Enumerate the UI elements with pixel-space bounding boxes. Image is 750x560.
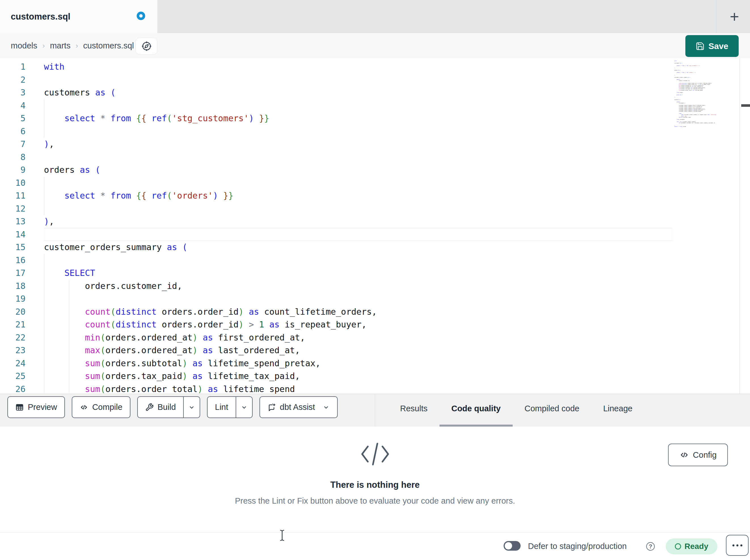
tab-code-quality[interactable]: Code quality xyxy=(439,394,513,427)
code-text: orders.customer_id, xyxy=(44,279,182,293)
code-text: ), xyxy=(44,138,54,151)
code-line[interactable]: 26 sum(orders.order_total) as lifetime_s… xyxy=(0,383,750,394)
code-line[interactable]: 4 xyxy=(0,99,750,112)
current-line-highlight xyxy=(44,228,672,241)
code-line[interactable]: 6 xyxy=(0,125,750,138)
code-line[interactable]: 5 select * from {{ ref('stg_customers') … xyxy=(0,112,750,125)
code-line[interactable]: 24 sum(orders.subtotal) as lifetime_spen… xyxy=(0,357,750,370)
breadcrumb-item[interactable]: marts xyxy=(50,41,71,50)
chevron-down-icon xyxy=(322,403,330,411)
code-line[interactable]: 19 xyxy=(0,292,750,305)
breadcrumb-separator: › xyxy=(76,41,78,50)
code-icon xyxy=(80,403,88,412)
compile-label: Compile xyxy=(92,402,122,412)
more-options-button[interactable] xyxy=(726,535,749,556)
line-number: 12 xyxy=(0,202,25,215)
tab-title: customers.sql xyxy=(11,12,70,22)
ellipsis-icon xyxy=(732,544,742,546)
status-bar: Defer to staging/production ? Ready xyxy=(0,533,750,560)
tab-results[interactable]: Results xyxy=(388,394,439,427)
status-badge: Ready xyxy=(666,538,717,554)
breadcrumb-separator: › xyxy=(42,41,45,50)
code-line[interactable]: 12 xyxy=(0,202,750,215)
lint-dropdown-button[interactable] xyxy=(236,397,252,417)
build-button[interactable]: Build xyxy=(137,396,200,418)
code-line[interactable]: 10 xyxy=(0,177,750,189)
code-line[interactable]: 20 count(distinct orders.order_id) as co… xyxy=(0,305,750,318)
help-icon[interactable]: ? xyxy=(646,542,655,551)
breadcrumb: models›marts›customers.sql xyxy=(11,33,134,58)
code-editor[interactable]: 1with23customers as (45 select * from {{… xyxy=(0,58,750,394)
code-text: select * from {{ ref('stg_customers') }} xyxy=(44,112,269,125)
tab-compiled-code[interactable]: Compiled code xyxy=(513,394,591,427)
code-line[interactable]: 17 SELECT xyxy=(0,267,750,279)
table-icon xyxy=(15,403,24,412)
code-line[interactable]: 13), xyxy=(0,215,750,228)
code-text: with xyxy=(44,60,64,74)
new-tab-button[interactable]: + xyxy=(725,3,744,30)
code-line[interactable]: 25 sum(orders.tax_paid) as lifetime_tax_… xyxy=(0,370,750,383)
code-line[interactable]: 2 xyxy=(0,74,750,86)
tab-customers-sql[interactable]: customers.sql xyxy=(0,0,157,34)
dbt-assist-label: dbt Assist xyxy=(280,402,315,412)
code-line[interactable]: 16 xyxy=(0,254,750,267)
ready-circle-icon xyxy=(675,543,681,549)
tab-lineage[interactable]: Lineage xyxy=(591,394,644,427)
code-text: SELECT xyxy=(44,267,95,279)
code-line[interactable]: 14 xyxy=(0,228,750,241)
breadcrumb-bar: models›marts›customers.sql Save xyxy=(0,33,750,59)
breadcrumb-item[interactable]: customers.sql xyxy=(83,41,134,50)
code-text: select * from {{ ref('orders') }} xyxy=(44,189,233,202)
preview-button[interactable]: Preview xyxy=(7,396,65,418)
code-line[interactable]: 9orders as ( xyxy=(0,163,750,177)
line-number: 14 xyxy=(0,228,25,241)
toggle-knob xyxy=(505,542,512,549)
line-number: 16 xyxy=(0,254,25,267)
save-button[interactable]: Save xyxy=(685,35,739,57)
config-label: Config xyxy=(693,450,717,460)
line-number: 7 xyxy=(0,138,25,151)
line-number: 25 xyxy=(0,370,25,383)
editor-scrollbar-track[interactable] xyxy=(739,58,750,394)
editor-minimap[interactable]: withcustomers as ( select * from {{ ref(… xyxy=(674,60,738,127)
code-line[interactable]: 7), xyxy=(0,138,750,151)
lint-button[interactable]: Lint xyxy=(207,396,253,418)
unsaved-changes-dot xyxy=(137,12,145,20)
defer-label: Defer to staging/production xyxy=(528,533,627,560)
code-text: count(distinct orders.order_id) > 1 as i… xyxy=(44,318,367,331)
code-line[interactable]: 11 select * from {{ ref('orders') }} xyxy=(0,189,750,202)
code-line[interactable]: 18 orders.customer_id, xyxy=(0,279,750,293)
line-number: 24 xyxy=(0,357,25,370)
line-number: 15 xyxy=(0,241,25,254)
defer-toggle[interactable] xyxy=(504,541,520,551)
line-number: 22 xyxy=(0,331,25,344)
line-number: 19 xyxy=(0,292,25,305)
build-dropdown-button[interactable] xyxy=(184,397,200,417)
dbt-assist-button[interactable]: dbt Assist xyxy=(259,396,338,418)
code-line[interactable]: 15customer_orders_summary as ( xyxy=(0,241,750,254)
code-line[interactable]: 3customers as ( xyxy=(0,86,750,99)
line-number: 10 xyxy=(0,177,25,189)
tab-bar: + customers.sql xyxy=(0,0,750,34)
empty-state-title: There is nothing here xyxy=(330,480,420,490)
ready-label: Ready xyxy=(685,542,708,551)
line-number: 18 xyxy=(0,279,25,293)
code-line[interactable]: 1with xyxy=(0,60,750,74)
editor-scrollbar-marker[interactable] xyxy=(741,104,750,107)
editor-toolbar: PreviewCompileBuildLintdbt Assist Result… xyxy=(0,394,750,427)
lineage-navigate-button[interactable] xyxy=(136,38,157,55)
code-line[interactable]: 22 min(orders.ordered_at) as first_order… xyxy=(0,331,750,344)
code-line[interactable]: 21 count(distinct orders.order_id) > 1 a… xyxy=(0,318,750,331)
code-text: customer_orders_summary as ( xyxy=(44,241,188,254)
code-line[interactable]: 8 xyxy=(0,151,750,164)
preview-label: Preview xyxy=(28,402,57,412)
code-text: max(orders.ordered_at) as last_ordered_a… xyxy=(44,344,300,357)
results-panel: There is nothing here Press the Lint or … xyxy=(0,427,750,533)
code-line[interactable]: 23 max(orders.ordered_at) as last_ordere… xyxy=(0,344,750,357)
compile-button[interactable]: Compile xyxy=(72,396,130,418)
breadcrumb-item[interactable]: models xyxy=(11,41,37,50)
code-text: orders as ( xyxy=(44,163,100,177)
config-button[interactable]: Config xyxy=(668,443,728,466)
lint-label: Lint xyxy=(215,402,228,412)
save-label: Save xyxy=(708,41,728,51)
